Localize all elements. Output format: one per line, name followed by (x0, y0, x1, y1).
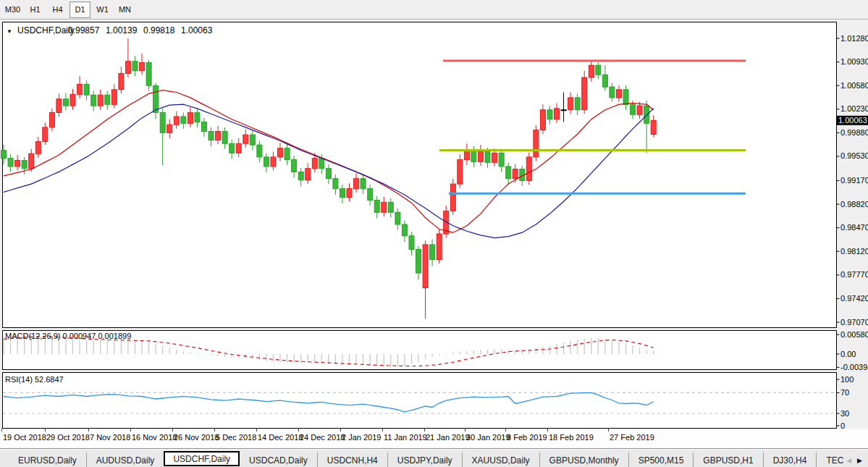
time-axis-label: 14 Dec 2018 (258, 433, 303, 442)
time-axis-label: 8 Feb 2019 (507, 433, 547, 442)
price-axis-label: 0.99530 (840, 151, 868, 160)
close-value: 1.00063 (181, 25, 213, 35)
time-axis-label: 11 Jan 2019 (384, 433, 427, 442)
chart-tab-audusd-daily[interactable]: AUDUSD,Daily (86, 453, 164, 467)
tab-scroll-left-icon[interactable]: ◀ (846, 458, 851, 464)
chart-tab-usdchf-daily[interactable]: USDCHF,Daily (164, 451, 240, 466)
price-axis-label: 0.99880 (840, 128, 868, 137)
macd-axis-label: 0.005802 (840, 330, 868, 339)
rsi-panel[interactable] (3, 373, 837, 429)
time-axis-label: 18 Feb 2019 (549, 433, 594, 442)
price-axis-label: 0.99170 (840, 176, 868, 185)
chart-tab-usdcnh-h4[interactable]: USDCNH,H4 (317, 453, 387, 467)
time-axis-label: 26 Nov 2018 (174, 433, 219, 442)
price-axis-label: 1.00930 (840, 57, 868, 66)
rsi-axis-label: 70 (840, 388, 849, 397)
price-axis-label: 1.01280 (840, 34, 868, 43)
rsi-label: RSI(14) 52.6847 (5, 375, 64, 384)
chart-tab-gbpusd-monthly[interactable]: GBPUSD,Monthly (539, 453, 628, 467)
price-axis-label: 0.98120 (840, 247, 868, 256)
macd-axis-label: 0.00 (840, 350, 856, 358)
symbol-dropdown-icon: ▼ (7, 28, 12, 35)
time-axis-label: 30 Jan 2019 (466, 433, 510, 442)
time-axis-label: 29 Oct 2018 (46, 433, 90, 442)
macd-label: MACD(12,26,9) 0.000947 0.001899 (5, 332, 131, 340)
chart-tab-xauusd-daily[interactable]: XAUUSD,Daily (462, 453, 539, 467)
chart-tab-dj30-h4[interactable]: DJ30,H4 (763, 453, 817, 467)
time-axis-label: 21 Jan 2019 (426, 433, 470, 442)
price-axis-label: 0.98820 (840, 200, 868, 209)
price-axis-label: 0.97420 (840, 294, 868, 303)
time-axis-label: 16 Nov 2018 (132, 433, 177, 442)
chart-tab-eurusd-daily[interactable]: EURUSD,Daily (9, 453, 86, 467)
price-axis-label: 0.98470 (840, 223, 868, 232)
price-axis-label: 0.97070 (840, 318, 868, 327)
chart-canvas[interactable]: ▼USDCHF,Daily0.998571.001390.998181.0006… (0, 0, 868, 448)
time-axis-label: 2 Jan 2019 (342, 433, 381, 442)
chart-tab-bar: EURUSD,DailyAUDUSD,DailyUSDCHF,DailyUSDC… (0, 448, 868, 467)
current-price-tag-text: 1.00063 (838, 116, 867, 125)
chart-tab-usdjpy-daily[interactable]: USDJPY,Daily (387, 453, 462, 467)
rsi-axis-label: 30 (840, 409, 849, 418)
chart-title-symbol: USDCHF,Daily (17, 25, 75, 35)
price-axis-label: 1.00580 (840, 81, 868, 90)
price-axis-label: 1.00230 (840, 104, 868, 113)
chart-tab-gbpusd-h1[interactable]: GBPUSD,H1 (693, 453, 762, 467)
tab-pager: ◀ ▶ (843, 458, 868, 467)
tab-scroll-right-icon[interactable]: ▶ (857, 458, 862, 464)
chart-tab-tech100-h1[interactable]: TECH100,H1 (816, 453, 843, 467)
chart-tab-usdcad-daily[interactable]: USDCAD,Daily (240, 453, 317, 467)
time-axis-label: 24 Dec 2018 (300, 433, 345, 442)
time-axis-label: 5 Dec 2018 (216, 433, 256, 442)
macd-axis-label: -0.003945 (840, 363, 868, 371)
chart-tab-sp500-m15[interactable]: SP500,M15 (628, 453, 694, 467)
time-axis-label: 19 Oct 2018 (3, 433, 46, 442)
rsi-axis-label: 0 (840, 421, 845, 430)
low-value: 0.99818 (143, 25, 175, 35)
chart-tabs: EURUSD,DailyAUDUSD,DailyUSDCHF,DailyUSDC… (0, 450, 843, 467)
time-axis-label: 7 Nov 2018 (90, 433, 130, 442)
trading-terminal-window: { "toolbar": { "periods": [ {"label": "M… (0, 0, 868, 467)
high-value: 1.00139 (106, 25, 138, 35)
time-axis-label: 27 Feb 2019 (610, 433, 654, 442)
open-value: 0.99857 (68, 25, 100, 35)
price-axis-label: 0.97770 (840, 270, 868, 279)
rsi-axis-label: 100 (840, 375, 854, 384)
